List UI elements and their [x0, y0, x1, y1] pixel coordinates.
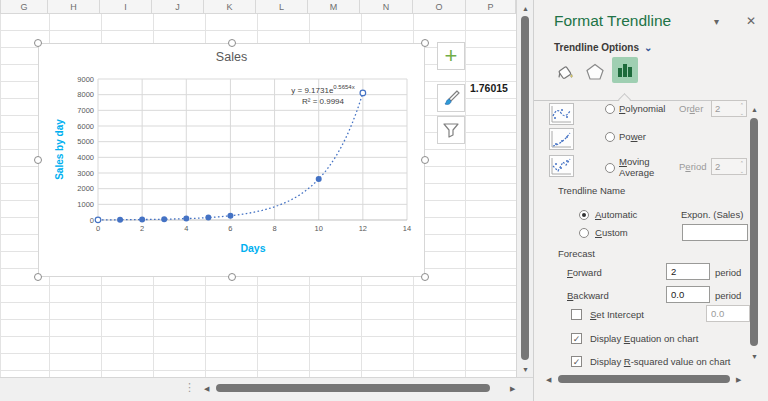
svg-text:10: 10: [315, 224, 323, 233]
svg-text:8: 8: [272, 224, 276, 233]
moving-average-radio[interactable]: [605, 163, 615, 173]
chart-handle-top-right[interactable]: [421, 39, 429, 47]
pane-scroll-right-arrow[interactable]: ▶: [736, 375, 741, 385]
display-r2-label[interactable]: Display R-squared value on chart: [590, 356, 730, 367]
column-header-N[interactable]: N: [360, 0, 413, 13]
column-header-P[interactable]: P: [466, 0, 516, 13]
set-intercept-label[interactable]: Set Intercept: [590, 309, 644, 320]
y-axis-title[interactable]: Sales by day: [54, 97, 65, 203]
column-header-O[interactable]: O: [413, 0, 466, 13]
x-axis-title[interactable]: Days: [203, 242, 303, 254]
period-label: Period: [679, 161, 706, 172]
trendline-polynomial-icon: [549, 103, 574, 125]
display-equation-label[interactable]: Display Equation on chart: [590, 333, 698, 344]
polynomial-label[interactable]: Polynomial: [619, 103, 665, 114]
power-label[interactable]: Power: [619, 131, 646, 142]
column-header-J[interactable]: J: [152, 0, 204, 13]
svg-text:7000: 7000: [77, 106, 94, 115]
set-intercept-checkbox[interactable]: [571, 309, 582, 320]
set-intercept-input[interactable]: [706, 305, 750, 322]
trendline-equation-label[interactable]: y = 9.1731e0.5654x R² = 0.9994: [248, 82, 398, 107]
automatic-radio[interactable]: [579, 210, 589, 220]
excel-window: GHIJKLMNOP 1.76015 024681012140100020003…: [0, 0, 768, 401]
forward-input[interactable]: [666, 263, 710, 280]
pane-scroll-left-arrow[interactable]: ◀: [546, 375, 551, 385]
pane-vscroll-thumb[interactable]: [750, 118, 758, 346]
scroll-down-arrow[interactable]: ▼: [522, 365, 529, 375]
pane-hscroll-thumb[interactable]: [558, 375, 730, 383]
column-header-L[interactable]: L: [256, 0, 308, 13]
chart-elements-button[interactable]: +: [437, 42, 465, 70]
column-header-row: GHIJKLMNOP: [0, 0, 516, 14]
trendline-power-icon: [549, 128, 574, 150]
backward-input[interactable]: [666, 286, 710, 303]
chart-title[interactable]: Sales: [39, 50, 424, 64]
column-header-H[interactable]: H: [48, 0, 100, 13]
svg-text:4: 4: [184, 224, 188, 233]
chart-handle-top-left[interactable]: [34, 39, 42, 47]
backward-label: Backward: [567, 290, 609, 301]
chevron-down-icon: ⌄: [644, 42, 652, 53]
scroll-right-arrow[interactable]: ▶: [510, 384, 515, 394]
custom-name-input[interactable]: [682, 224, 748, 241]
pane-scroll-up-arrow[interactable]: ▲: [751, 105, 758, 115]
scrollbar-splitter-handle[interactable]: ⋮: [184, 381, 195, 394]
sheet-vertical-scrollbar[interactable]: ▲ ▼: [516, 0, 533, 377]
display-equation-checkbox[interactable]: ✓: [571, 333, 582, 344]
svg-text:2: 2: [140, 224, 144, 233]
polynomial-radio[interactable]: [605, 104, 615, 114]
trendline-options-header[interactable]: Trendline Options⌄: [554, 42, 652, 53]
worksheet[interactable]: GHIJKLMNOP 1.76015 024681012140100020003…: [0, 0, 516, 377]
chart-handle-bottom-left[interactable]: [34, 273, 42, 281]
format-trendline-pane: Format Trendline ▾ ✕ Trendline Options⌄: [533, 0, 768, 401]
svg-text:4000: 4000: [77, 153, 94, 162]
chart-handle-bottom-right[interactable]: [421, 273, 429, 281]
svg-text:5000: 5000: [77, 137, 94, 146]
chart-handle-mid-right[interactable]: [421, 156, 429, 164]
pane-scroll-down-arrow[interactable]: ▼: [751, 352, 758, 362]
svg-text:6000: 6000: [77, 122, 94, 131]
tab-effects[interactable]: [582, 59, 608, 85]
chart-handle-bottom-mid[interactable]: [228, 273, 236, 281]
close-icon[interactable]: ✕: [746, 14, 756, 28]
display-r2-checkbox[interactable]: ✓: [571, 356, 582, 367]
order-spinner[interactable]: 2⌃⌄: [711, 100, 747, 117]
column-header-K[interactable]: K: [204, 0, 256, 13]
sheet-vscroll-thumb[interactable]: [521, 16, 529, 360]
order-label: Order: [679, 103, 703, 114]
scroll-up-arrow[interactable]: ▲: [522, 4, 529, 14]
tab-fill-line[interactable]: [552, 59, 578, 85]
bar-chart-icon: [616, 61, 634, 79]
chart-object[interactable]: 0246810121401000200030004000500060007000…: [38, 43, 425, 277]
custom-radio[interactable]: [579, 228, 589, 238]
svg-text:6: 6: [228, 224, 232, 233]
custom-label[interactable]: Custom: [595, 227, 628, 238]
column-header-I[interactable]: I: [100, 0, 152, 13]
sheet-horizontal-scrollbar[interactable]: ⋮ ◀ ▶: [0, 377, 533, 401]
svg-text:2000: 2000: [77, 184, 94, 193]
chart-handle-top-mid[interactable]: [228, 39, 236, 47]
automatic-label[interactable]: Automatic: [595, 209, 637, 220]
moving-average-label[interactable]: Moving Average: [619, 156, 669, 178]
column-header-M[interactable]: M: [308, 0, 360, 13]
svg-text:3000: 3000: [77, 169, 94, 178]
power-radio[interactable]: [605, 132, 615, 142]
chart-filters-button[interactable]: [437, 116, 465, 144]
tab-trendline-options-selected[interactable]: [612, 57, 638, 83]
svg-text:1000: 1000: [77, 200, 94, 209]
period-spinner[interactable]: 2⌃⌄: [711, 158, 747, 175]
funnel-icon: [442, 121, 460, 139]
svg-text:0: 0: [96, 224, 100, 233]
svg-text:8000: 8000: [77, 90, 94, 99]
chart-handle-mid-left[interactable]: [34, 156, 42, 164]
column-header-G[interactable]: G: [1, 0, 48, 13]
cell-value[interactable]: 1.76015: [470, 82, 516, 94]
chart-styles-button[interactable]: [437, 84, 465, 112]
scroll-left-arrow[interactable]: ◀: [204, 384, 209, 394]
sheet-hscroll-thumb[interactable]: [216, 384, 490, 392]
backward-unit: period: [715, 290, 741, 301]
forward-unit: period: [715, 267, 741, 278]
trendline-moving-average-icon: [549, 155, 574, 177]
pane-dropdown-icon[interactable]: ▾: [714, 16, 719, 27]
automatic-name-value: Expon. (Sales): [681, 209, 743, 220]
